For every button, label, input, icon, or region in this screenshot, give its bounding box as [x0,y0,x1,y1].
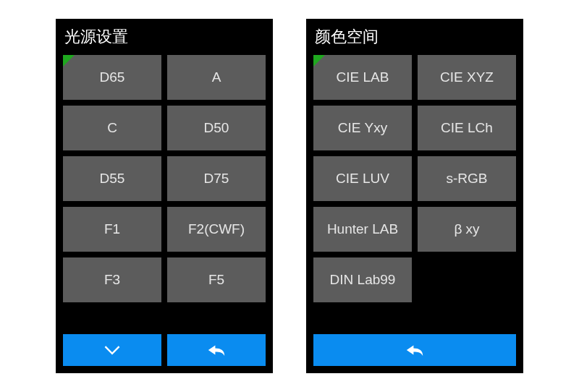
option-f5[interactable]: F5 [167,257,266,302]
light-source-panel: 光源设置 D65 A C D50 D55 D75 F1 F2(CWF) F3 F… [56,19,273,373]
option-beta-xy[interactable]: β xy [418,207,516,252]
selected-corner-icon [63,55,75,67]
option-c[interactable]: C [63,106,161,150]
option-d50[interactable]: D50 [167,106,266,150]
option-d75[interactable]: D75 [167,156,266,201]
option-f1[interactable]: F1 [63,207,161,252]
option-a[interactable]: A [167,55,266,100]
color-space-panel: 颜色空间 CIE LAB CIE XYZ CIE Yxy CIE LCh CIE… [306,19,523,373]
option-hunter-lab[interactable]: Hunter LAB [313,207,412,252]
option-cie-luv[interactable]: CIE LUV [313,156,412,201]
selected-corner-icon [313,55,325,67]
option-d55[interactable]: D55 [63,156,161,201]
option-cie-lab[interactable]: CIE LAB [313,55,412,100]
option-din-lab99[interactable]: DIN Lab99 [313,257,412,302]
panel-title: 颜色空间 [306,19,523,52]
option-cie-lch[interactable]: CIE LCh [418,106,516,150]
bottom-bar [56,334,273,373]
back-arrow-icon [403,338,426,362]
option-empty [418,257,516,302]
back-button[interactable] [167,334,266,366]
panel-title: 光源设置 [56,19,273,52]
option-cie-xyz[interactable]: CIE XYZ [418,55,516,100]
option-cie-yxy[interactable]: CIE Yxy [313,106,412,150]
back-button[interactable] [313,334,516,366]
back-arrow-icon [205,338,228,362]
option-d65[interactable]: D65 [63,55,161,100]
option-f2cwf[interactable]: F2(CWF) [167,207,266,252]
option-srgb[interactable]: s-RGB [418,156,516,201]
chevron-down-icon [101,338,124,362]
options-grid-area: CIE LAB CIE XYZ CIE Yxy CIE LCh CIE LUV … [306,52,523,334]
page-down-button[interactable] [63,334,161,366]
bottom-bar [306,334,523,373]
option-f3[interactable]: F3 [63,257,161,302]
options-grid-area: D65 A C D50 D55 D75 F1 F2(CWF) F3 F5 [56,52,273,334]
